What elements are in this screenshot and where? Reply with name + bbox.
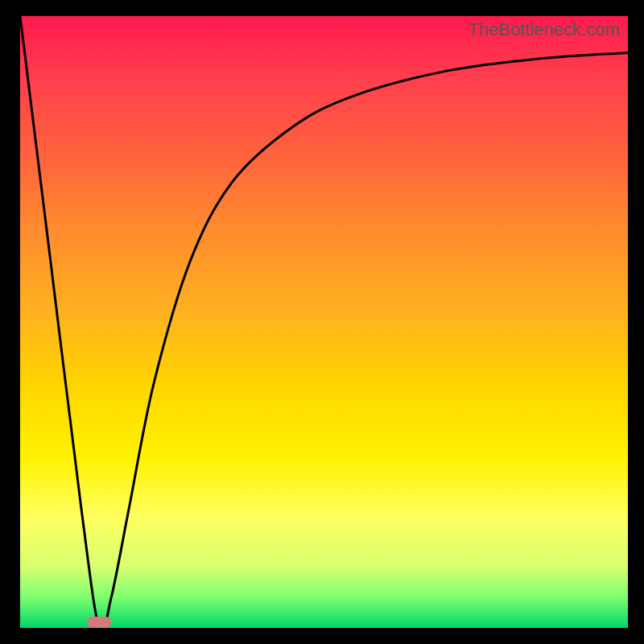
bottleneck-curve — [20, 16, 628, 628]
plot-area: TheBottleneck.com — [20, 16, 628, 628]
chart-frame: TheBottleneck.com — [0, 0, 644, 644]
curve-path — [20, 16, 628, 633]
minimum-marker — [87, 617, 111, 628]
